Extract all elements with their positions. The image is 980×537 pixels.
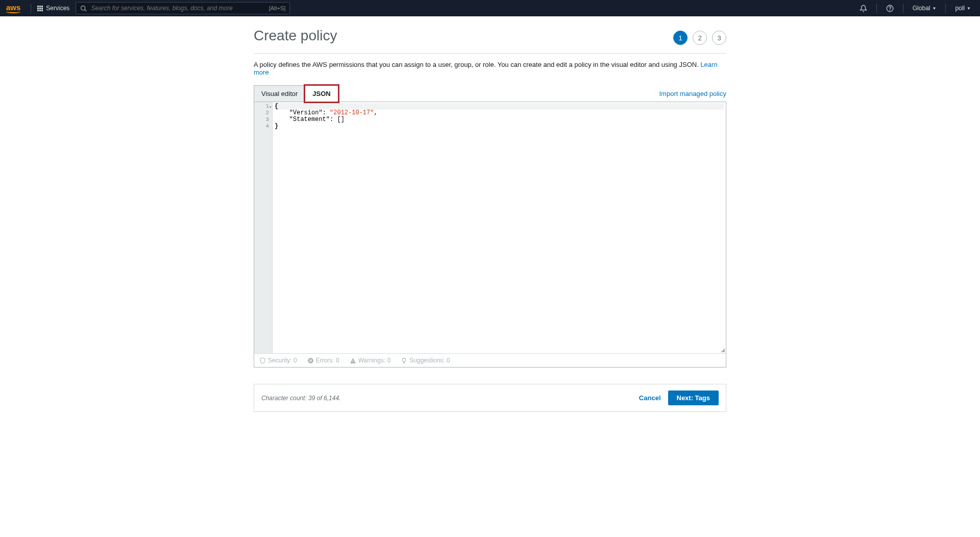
footer-actions: Cancel Next: Tags	[639, 390, 719, 405]
svg-point-8	[353, 362, 353, 362]
status-warnings-text: Warnings: 0	[358, 357, 391, 364]
account-menu[interactable]: poll ▼	[952, 5, 974, 12]
header-row: Create policy 1 2 3	[254, 22, 726, 54]
aws-logo[interactable]: aws	[6, 4, 20, 13]
search-shortcut: [Alt+S]	[269, 5, 286, 11]
divider	[876, 4, 877, 13]
divider	[945, 4, 946, 13]
help-button[interactable]	[883, 5, 897, 12]
tabs-row: Visual editor JSON Import managed policy	[254, 85, 726, 102]
region-selector[interactable]: Global ▼	[910, 5, 940, 12]
line-gutter: 1▼234	[254, 102, 273, 353]
svg-point-0	[81, 6, 85, 10]
intro-text: A policy defines the AWS permissions tha…	[254, 54, 726, 81]
help-icon	[886, 5, 894, 12]
svg-point-3	[890, 10, 890, 10]
tab-visual-editor[interactable]: Visual editor	[254, 85, 305, 102]
search-icon	[80, 5, 87, 12]
apps-grid-icon	[37, 6, 43, 11]
topnav-right: Global ▼ poll ▼	[856, 4, 974, 13]
status-security: Security: 0	[259, 357, 297, 364]
services-label: Services	[46, 5, 69, 12]
character-count: Character count: 39 of 6,144.	[261, 395, 340, 402]
wizard-steps: 1 2 3	[673, 31, 726, 45]
caret-down-icon: ▼	[967, 6, 971, 11]
next-tags-button[interactable]: Next: Tags	[668, 390, 719, 405]
status-suggestions-text: Suggestions: 0	[409, 357, 450, 364]
caret-down-icon: ▼	[932, 6, 936, 11]
step-3[interactable]: 3	[712, 31, 726, 45]
aws-swoosh-icon	[6, 10, 20, 13]
editor-panel: 1▼234 { "Version": "2012-10-17", "Statem…	[254, 102, 726, 368]
status-security-text: Security: 0	[268, 357, 297, 364]
step-2[interactable]: 2	[693, 31, 707, 45]
main-container: Create policy 1 2 3 A policy defines the…	[254, 16, 726, 412]
editor-status-bar: Security: 0 Errors: 0 Warnings: 0 Sugges…	[254, 353, 726, 367]
code-area[interactable]: { "Version": "2012-10-17", "Statement": …	[273, 102, 726, 353]
notifications-button[interactable]	[856, 5, 870, 12]
status-errors: Errors: 0	[307, 357, 339, 364]
lightbulb-icon	[401, 357, 407, 364]
json-editor[interactable]: 1▼234 { "Version": "2012-10-17", "Statem…	[254, 102, 726, 353]
svg-line-1	[85, 9, 86, 11]
services-menu[interactable]: Services	[37, 5, 69, 12]
divider	[31, 4, 31, 13]
search-input[interactable]	[91, 5, 264, 12]
bell-icon	[860, 5, 867, 12]
status-suggestions: Suggestions: 0	[401, 357, 450, 364]
shield-icon	[259, 357, 266, 364]
status-warnings: Warnings: 0	[350, 357, 391, 364]
import-managed-policy-link[interactable]: Import managed policy	[659, 90, 726, 102]
intro-body: A policy defines the AWS permissions tha…	[254, 61, 700, 68]
resize-handle-icon[interactable]	[720, 347, 725, 352]
warning-icon	[350, 357, 356, 364]
cancel-button[interactable]: Cancel	[639, 394, 661, 402]
region-label: Global	[913, 5, 930, 12]
tab-json[interactable]: JSON	[305, 85, 338, 102]
footer-bar: Character count: 39 of 6,144. Cancel Nex…	[254, 384, 726, 412]
divider	[903, 4, 903, 13]
status-errors-text: Errors: 0	[316, 357, 339, 364]
search-box[interactable]: [Alt+S]	[76, 2, 290, 14]
error-icon	[307, 357, 314, 364]
step-1[interactable]: 1	[673, 31, 688, 45]
user-label: poll	[955, 5, 965, 12]
top-nav: aws Services [Alt+S] Global ▼ poll ▼	[0, 0, 980, 16]
page-title: Create policy	[254, 22, 337, 53]
